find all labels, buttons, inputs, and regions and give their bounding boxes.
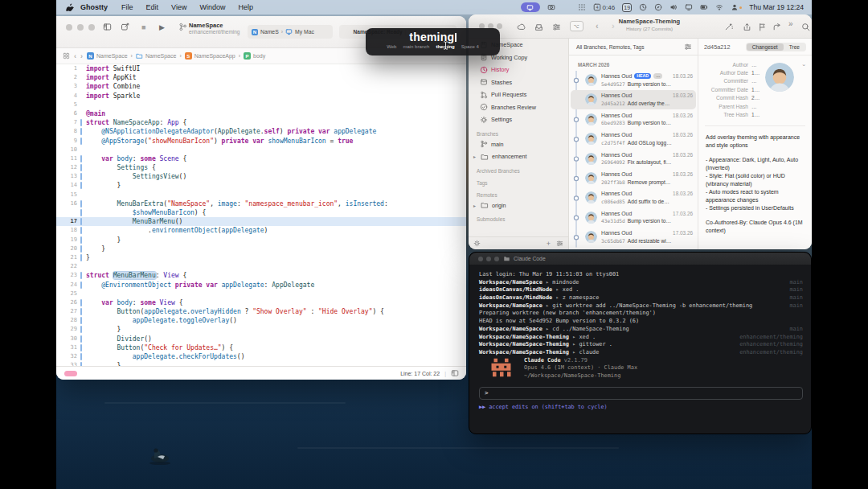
zoom-button[interactable] bbox=[497, 23, 502, 29]
merge-arrow-icon[interactable] bbox=[772, 23, 781, 31]
commit-row-202ff3b8[interactable]: Hannes Oud18.03.26202ff3b8Remove prompt… bbox=[569, 169, 698, 188]
sidebar-item-origin[interactable]: ▸origin bbox=[469, 199, 568, 212]
calendar-icon[interactable]: 19 bbox=[622, 3, 632, 12]
filter-icon[interactable] bbox=[684, 43, 692, 51]
sidebar-settings-icon[interactable] bbox=[473, 240, 481, 247]
clock-icon[interactable] bbox=[639, 3, 647, 11]
commit-row-3c65db67[interactable]: Hannes Oud17.03.263c65db67Add resizable … bbox=[569, 228, 698, 247]
current-branch[interactable]: enhancement/theming bbox=[189, 29, 240, 35]
related-items-icon[interactable] bbox=[63, 52, 70, 60]
sidebar-filter-icon[interactable] bbox=[556, 240, 563, 247]
battery-icon bbox=[700, 3, 708, 11]
xcode-window: ■ ▶ NameSpace enhancement/theming N Name… bbox=[56, 16, 466, 380]
commit-subject: Bump version to… bbox=[628, 81, 671, 87]
terminal-line: Workspace/NameSpace-Theming ▸ gittower .… bbox=[479, 341, 803, 349]
minimize-button[interactable] bbox=[77, 24, 84, 31]
apple-menu[interactable] bbox=[66, 3, 75, 12]
branch-filter-bar[interactable]: All Branches, Remotes, Tags bbox=[569, 39, 698, 55]
close-button[interactable] bbox=[478, 257, 483, 261]
active-app-name[interactable]: Ghostty bbox=[80, 3, 108, 11]
stop-button[interactable]: ■ bbox=[141, 23, 145, 31]
project-name[interactable]: NameSpace bbox=[189, 22, 240, 29]
sidebar-item-enhancement[interactable]: ▸enhancement bbox=[469, 150, 568, 163]
run-button[interactable]: ▶ bbox=[159, 23, 165, 31]
stage-inbox-icon[interactable] bbox=[534, 23, 543, 31]
add-repo-icon[interactable]: + bbox=[547, 240, 551, 248]
sidebar-item-stashes[interactable]: Stashes bbox=[469, 76, 568, 89]
sidebar-item-settings[interactable]: Settings bbox=[469, 113, 568, 126]
commit-row-26964092[interactable]: Hannes Oud18.03.2626964092Fix autolayout… bbox=[569, 150, 698, 169]
wifi-icon[interactable] bbox=[715, 3, 723, 11]
code-line: 6@main bbox=[56, 109, 466, 118]
menu-bar-clock[interactable]: Thu Mar 19 12:24 bbox=[749, 3, 804, 11]
segment-changeset[interactable]: Changeset bbox=[747, 43, 784, 51]
terminal-prompt-input[interactable]: > bbox=[479, 387, 803, 400]
speaker-icon[interactable] bbox=[669, 3, 678, 11]
jumpbar-item-body[interactable]: Pbody bbox=[244, 52, 265, 60]
water-drop-icon[interactable] bbox=[563, 3, 571, 11]
commit-row-6bed9283[interactable]: Hannes Oud18.03.266bed9283Bump version t… bbox=[569, 110, 698, 129]
sidebar-item-branches-review[interactable]: Branches Review bbox=[469, 101, 568, 114]
camera-icon[interactable] bbox=[547, 3, 555, 11]
menu-window[interactable]: Window bbox=[199, 3, 225, 11]
jumpbar-item-namespace[interactable]: NameSpace bbox=[136, 52, 177, 60]
terminal-content[interactable]: Last login: Thu Mar 19 11:51:03 on ttys0… bbox=[469, 265, 811, 434]
battery-icon[interactable] bbox=[700, 3, 708, 11]
quick-actions-wand-icon[interactable] bbox=[724, 23, 733, 31]
zoom-button[interactable] bbox=[88, 24, 95, 31]
workspace-options-icon[interactable] bbox=[552, 23, 561, 31]
compose-icon[interactable] bbox=[121, 23, 129, 31]
history-back-icon[interactable]: ‹ bbox=[596, 21, 599, 31]
search-icon[interactable] bbox=[801, 23, 810, 31]
jumpbar-item-namespace[interactable]: NNameSpace bbox=[87, 52, 128, 60]
sidebar-item-history[interactable]: History bbox=[469, 64, 568, 76]
segment-tree[interactable]: Tree bbox=[784, 43, 805, 51]
jumpbar-item-namespaceapp[interactable]: SNameSpaceApp bbox=[185, 52, 235, 60]
commit-row-2d45a212[interactable]: Hannes Oud18.03.262d45a212Add overlay th… bbox=[569, 90, 698, 109]
disclosure-icon[interactable]: ▸ bbox=[473, 154, 477, 159]
space-option-web[interactable]: Web bbox=[387, 44, 396, 49]
scheme-selector[interactable]: N NameS › My Mac bbox=[248, 25, 333, 39]
commit-row-5e4d9527[interactable]: Hannes OudHEAD…18.03.265e4d9527Bump vers… bbox=[569, 71, 698, 90]
menu-help[interactable]: Help bbox=[238, 3, 253, 11]
minimize-button[interactable] bbox=[486, 257, 491, 261]
meta-author: Author… bbox=[698, 60, 760, 68]
editor-layout-icon[interactable] bbox=[451, 369, 459, 377]
claude-code-logo bbox=[490, 357, 514, 378]
space-name-input[interactable]: theming bbox=[366, 31, 500, 43]
user-icon[interactable] bbox=[731, 3, 742, 11]
display-icon[interactable] bbox=[685, 3, 693, 11]
review-icon bbox=[480, 103, 488, 111]
fetch-cloud-icon[interactable] bbox=[517, 23, 526, 31]
branch-indicator: main bbox=[789, 326, 803, 334]
zoom-button[interactable] bbox=[494, 257, 499, 261]
push-icon[interactable] bbox=[743, 23, 751, 31]
navigator-toggle-icon[interactable] bbox=[103, 23, 112, 31]
back-icon[interactable]: ‹ bbox=[74, 52, 76, 60]
more-toolbar-icon[interactable]: » bbox=[788, 19, 793, 28]
commit-row-c2d75f4f[interactable]: Hannes Oud18.03.26c2d75f4fAdd OSLog logg… bbox=[569, 129, 698, 149]
repo-subtitle: History (27 Commits) bbox=[601, 26, 698, 31]
collapse-chevron-icon[interactable]: ⌄ bbox=[801, 61, 806, 68]
menu-edit[interactable]: Edit bbox=[146, 3, 159, 11]
grid9-icon[interactable] bbox=[578, 3, 586, 11]
sidebar-item-main[interactable]: main bbox=[469, 138, 568, 151]
commit-row-c086ed85[interactable]: Hannes Oud18.03.26c086ed85Add suffix to … bbox=[569, 188, 698, 208]
flag-icon[interactable] bbox=[758, 23, 767, 31]
menu-file[interactable]: File bbox=[121, 3, 133, 11]
commit-row-43e31d5d[interactable]: Hannes Oud17.03.2643e31d5dBump version t… bbox=[569, 208, 698, 228]
timer-icon[interactable]: 40:46 bbox=[593, 3, 616, 11]
close-button[interactable] bbox=[66, 24, 72, 31]
code-editor[interactable]: 1import SwiftUI2import AppKit3import Com… bbox=[56, 64, 466, 366]
screen-share-icon[interactable] bbox=[521, 2, 540, 12]
menu-view[interactable]: View bbox=[171, 3, 186, 11]
sidebar-item-pull-requests[interactable]: Pull Requests bbox=[469, 88, 568, 101]
space-option-space-4[interactable]: Space 4 bbox=[461, 44, 479, 49]
terminal-button[interactable]: ⌥ bbox=[570, 21, 583, 31]
compass-icon[interactable] bbox=[654, 3, 662, 11]
gear-icon bbox=[473, 240, 481, 247]
space-option-main-branch[interactable]: main branch bbox=[403, 44, 429, 49]
commit-author: Hannes OudHEAD… bbox=[601, 73, 662, 79]
forward-icon[interactable]: › bbox=[80, 52, 83, 60]
disclosure-icon[interactable]: ▸ bbox=[473, 203, 477, 208]
